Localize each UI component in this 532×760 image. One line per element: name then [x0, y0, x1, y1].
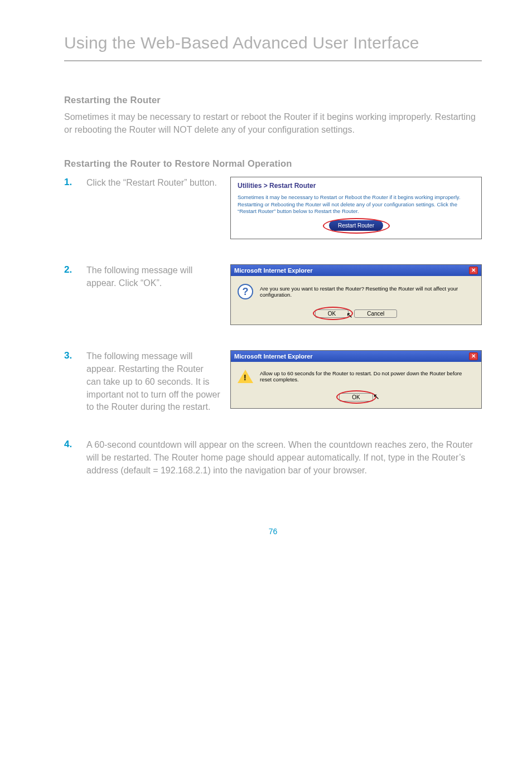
screenshot-restart-router-panel: Utilities > Restart Router Sometimes it … — [230, 177, 482, 239]
page-number: 76 — [64, 527, 482, 536]
ok-button[interactable]: OK — [339, 393, 373, 401]
dialog-confirm-message: Are you sure you want to restart the Rou… — [260, 285, 475, 298]
close-icon[interactable]: ✕ — [469, 352, 478, 360]
cursor-icon: ↖ — [346, 311, 353, 320]
page-banner: Using the Web-Based Advanced User Interf… — [64, 33, 482, 61]
panel-description: Sometimes it may be necessary to Restart… — [238, 194, 475, 215]
warning-icon — [238, 370, 253, 383]
screenshot-confirm-dialog: Microsoft Internet Explorer ✕ ? Are you … — [230, 264, 482, 325]
dialog-title: Microsoft Internet Explorer — [234, 267, 313, 274]
cancel-button[interactable]: Cancel — [354, 309, 397, 318]
restart-router-button[interactable]: Restart Router — [329, 220, 383, 231]
step-3-text: The following message will appear. Resta… — [86, 350, 220, 414]
dialog-wait-message: Allow up to 60 seconds for the Router to… — [260, 370, 475, 383]
section-restarting-title: Restarting the Router — [64, 95, 482, 105]
screenshot-wait-dialog: Microsoft Internet Explorer ✕ Allow up t… — [230, 350, 482, 409]
step-3-number: 3. — [64, 350, 76, 361]
question-icon: ? — [238, 284, 253, 299]
step-4: 4. A 60-second countdown will appear on … — [64, 439, 482, 477]
cursor-icon: ↖ — [373, 392, 380, 401]
step-1-number: 1. — [64, 177, 76, 188]
step-1: 1. Click the “Restart Router” button. Ut… — [64, 177, 482, 239]
step-2-number: 2. — [64, 264, 76, 275]
step-3: 3. The following message will appear. Re… — [64, 350, 482, 414]
dialog-titlebar: Microsoft Internet Explorer ✕ — [231, 351, 481, 362]
ok-button[interactable]: OK — [315, 309, 349, 318]
step-1-text: Click the “Restart Router” button. — [86, 177, 220, 190]
section-restarting-body: Sometimes it may be necessary to restart… — [64, 111, 482, 136]
step-4-text: A 60-second countdown will appear on the… — [86, 439, 482, 477]
section-restore-title: Restarting the Router to Restore Normal … — [64, 158, 482, 169]
panel-breadcrumb: Utilities > Restart Router — [238, 182, 475, 190]
dialog-titlebar: Microsoft Internet Explorer ✕ — [231, 265, 481, 276]
close-icon[interactable]: ✕ — [469, 267, 478, 274]
step-2-text: The following message will appear. Click… — [86, 264, 220, 289]
dialog-title: Microsoft Internet Explorer — [234, 353, 313, 360]
step-4-number: 4. — [64, 439, 76, 450]
step-2: 2. The following message will appear. Cl… — [64, 264, 482, 325]
